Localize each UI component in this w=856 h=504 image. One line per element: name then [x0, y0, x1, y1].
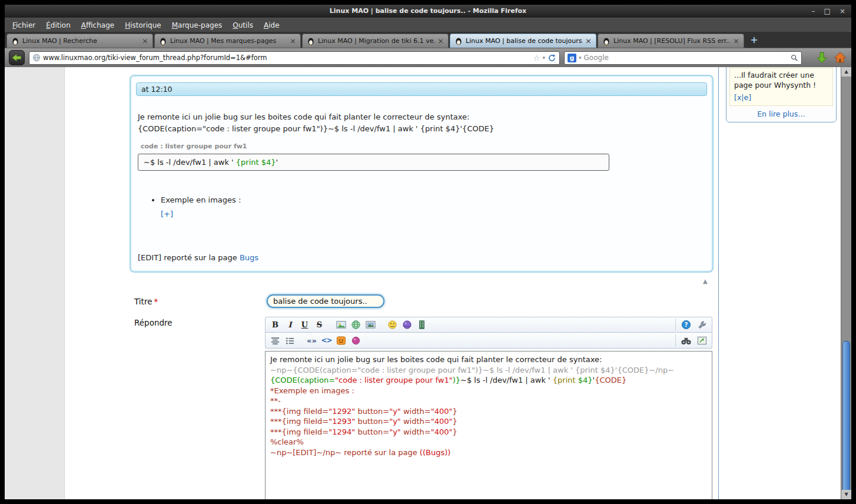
sidebar-action-links[interactable]: [x|e]	[734, 93, 751, 102]
penguin-favicon-icon	[159, 37, 167, 45]
insert-smiley-button[interactable]	[386, 319, 399, 331]
bookmark-star-icon[interactable]: ☆	[533, 54, 540, 62]
url-dropdown-icon[interactable]: ▾	[542, 55, 545, 61]
forum-thread-main: at 12:10 Je remonte ici un jolie bug sur…	[65, 67, 718, 499]
browser-tab[interactable]: Linux MAO | Migration de tiki 6.1 ve... …	[302, 34, 449, 48]
scroll-down-arrow-icon[interactable]: ▼	[841, 490, 851, 499]
editor-line: ***{img fileId="1294" button="y" width="…	[270, 427, 707, 437]
smiley-icon	[387, 320, 398, 330]
menubar-item[interactable]: Édition	[41, 19, 76, 31]
film-icon	[416, 320, 427, 330]
browser-window: Linux MAO | balise de code toujours.. - …	[5, 5, 851, 499]
quote-button[interactable]: «»	[305, 334, 318, 347]
underline-button[interactable]: U	[298, 319, 311, 331]
url-input[interactable]	[43, 52, 531, 64]
title-input[interactable]	[267, 294, 384, 308]
text-segment: {CODE(	[270, 376, 300, 384]
collapse-arrow-icon[interactable]: ▲	[703, 278, 708, 284]
bullet-list-button[interactable]	[283, 334, 297, 347]
help-button[interactable]: ?	[679, 319, 693, 331]
browser-tab[interactable]: Linux MAO | balise de code toujours.. ×	[450, 34, 596, 48]
insert-image-button[interactable]	[334, 319, 348, 331]
browser-tab[interactable]: Linux MAO | [RESOLU] Flux RSS err... ×	[598, 34, 744, 48]
scrollbar-thumb[interactable]	[842, 341, 850, 492]
insert-link-button[interactable]	[349, 319, 363, 331]
editor-line: ~np~[EDIT]~/np~ reporté sur la page ((Bu…	[270, 447, 707, 458]
navigation-toolbar: ☆ ▾ g ▾	[5, 48, 851, 67]
reply-textarea[interactable]: Je remonte ici un jolie bug sur les boit…	[265, 351, 712, 499]
url-bar[interactable]: ☆ ▾	[29, 51, 560, 65]
source-code-button[interactable]: <>	[320, 334, 333, 347]
maximize-button[interactable]: □	[824, 7, 831, 15]
reload-icon[interactable]	[548, 54, 556, 62]
reply-editor: B I U S	[265, 317, 712, 499]
browser-tab[interactable]: Linux MAO | Mes marques-pages ×	[154, 34, 301, 48]
text-segment: "y"	[389, 417, 401, 426]
tab-close-icon[interactable]: ×	[290, 37, 296, 45]
vertical-scrollbar[interactable]: ▲ ▼	[841, 67, 851, 499]
menubar-item[interactable]: Affichage	[76, 19, 120, 31]
text-segment: ~$ ls -l /dev/fw1 | awk '	[144, 158, 236, 167]
strikethrough-button[interactable]: S	[313, 319, 326, 331]
new-tab-button[interactable]: +	[746, 34, 762, 47]
search-engine-dropdown-icon[interactable]: ▾	[579, 55, 582, 61]
text-segment: button=	[355, 407, 389, 416]
search-input[interactable]	[584, 54, 788, 62]
page-left-margin	[5, 67, 65, 499]
fullscreen-button[interactable]	[695, 334, 709, 347]
bugs-page-link[interactable]: Bugs	[240, 253, 258, 262]
read-more-link[interactable]: En lire plus…	[757, 110, 805, 118]
back-button[interactable]	[9, 50, 25, 65]
italic-button[interactable]: I	[283, 319, 297, 331]
menubar-item[interactable]: Aide	[258, 19, 285, 31]
menubar-item[interactable]: Historique	[120, 19, 167, 31]
menubar-item[interactable]: Marque-pages	[167, 19, 228, 31]
text-segment: ***{img fileId=	[270, 407, 329, 416]
tab-label: Linux MAO | [RESOLU] Flux RSS err...	[613, 37, 731, 45]
image-icon	[336, 320, 347, 330]
find-button[interactable]	[679, 334, 693, 347]
forum-post: at 12:10 Je remonte ici un jolie bug sur…	[130, 75, 714, 273]
tab-close-icon[interactable]: ×	[585, 37, 592, 45]
insert-slideshow-button[interactable]	[364, 319, 377, 331]
menubar-item[interactable]: Outils	[227, 19, 258, 31]
search-bar[interactable]: g ▾	[564, 51, 802, 65]
site-identity-globe-icon[interactable]	[32, 54, 41, 62]
penguin-favicon-icon	[307, 37, 315, 45]
emoticons-button[interactable]	[334, 334, 348, 347]
plugin-button[interactable]	[349, 334, 363, 347]
penguin-favicon-icon	[11, 37, 19, 45]
editor-line: **-	[270, 396, 707, 406]
text-segment: }	[452, 417, 457, 426]
align-center-button[interactable]	[268, 334, 282, 347]
text-segment: )}	[453, 376, 460, 384]
code-block: ~$ ls -l /dev/fw1 | awk ' {print $4}'	[138, 154, 609, 171]
tab-close-icon[interactable]: ×	[437, 37, 444, 45]
insert-media-button[interactable]	[415, 319, 429, 331]
menubar: FichierÉditionAffichageHistoriqueMarque-…	[5, 18, 851, 32]
emoticons-icon	[336, 336, 347, 346]
browser-tab[interactable]: Linux MAO | Recherche ×	[6, 34, 153, 48]
text-segment: ***{img fileId=	[270, 417, 329, 426]
close-button[interactable]: ×	[840, 7, 845, 15]
home-button[interactable]	[833, 51, 847, 65]
post-bullet-list: Exemple en images :	[153, 194, 704, 205]
window-title: Linux MAO | balise de code toujours.. - …	[5, 7, 851, 15]
toolbar-right-group	[675, 334, 709, 347]
text-segment: width=	[401, 427, 431, 436]
scroll-up-arrow-icon[interactable]: ▲	[841, 67, 851, 77]
link-globe-icon	[350, 320, 361, 330]
downloads-button[interactable]	[815, 51, 829, 65]
bold-button[interactable]: B	[268, 319, 282, 331]
menubar-item[interactable]: Fichier	[7, 19, 41, 31]
code-caption: code : lister groupe pour fw1	[141, 141, 704, 152]
tab-close-icon[interactable]: ×	[142, 37, 148, 45]
insert-world-button[interactable]	[400, 319, 414, 331]
tab-close-icon[interactable]: ×	[733, 37, 739, 45]
minimize-button[interactable]: –	[812, 7, 815, 15]
text-segment: {print	[236, 158, 259, 167]
sidebar-module: ...Il faudrait créer une page pour Whysy…	[726, 67, 837, 122]
settings-wrench-button[interactable]	[695, 319, 709, 331]
search-magnifier-icon[interactable]	[790, 54, 798, 62]
expand-images-link[interactable]: [+]	[161, 210, 173, 218]
